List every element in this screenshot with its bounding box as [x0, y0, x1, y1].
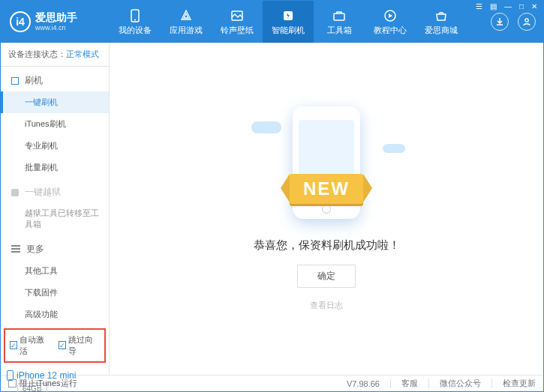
more-icon [11, 248, 20, 250]
nav-apps[interactable]: 应用游戏 [161, 1, 212, 43]
nav-ringtone[interactable]: 铃声壁纸 [212, 1, 263, 43]
nav-tutorial[interactable]: 教程中心 [365, 1, 416, 43]
check-update-link[interactable]: 检查更新 [503, 378, 536, 389]
logo-icon: i4 [10, 11, 31, 32]
section-jailbreak: 一键越狱 [1, 178, 109, 203]
view-log-link[interactable]: 查看日志 [310, 300, 343, 311]
nav-label: 我的设备 [119, 25, 152, 36]
jailbreak-note: 越狱工具已转移至工具箱 [1, 203, 109, 235]
maximize-icon[interactable]: □ [518, 2, 525, 10]
store-icon [434, 8, 449, 23]
nav-label: 铃声壁纸 [221, 25, 254, 36]
flash-section-icon [11, 77, 19, 85]
success-illustration: NEW [259, 106, 394, 226]
nav-label: 智能刷机 [272, 25, 305, 36]
ok-button[interactable]: 确定 [297, 265, 356, 288]
app-window: ☰ ▤ — □ ✕ i4 爱思助手 www.i4.cn 我的设备 应用游戏 铃声 [0, 0, 544, 392]
logo-title: 爱思助手 [35, 11, 77, 24]
sidebar-item-oneclick-flash[interactable]: 一键刷机 [1, 91, 109, 113]
phone-icon [128, 8, 143, 23]
user-button[interactable] [518, 13, 536, 31]
menu-icon[interactable]: ☰ [474, 2, 484, 10]
support-link[interactable]: 客服 [401, 378, 418, 389]
download-button[interactable] [491, 13, 509, 31]
nav-toolbox[interactable]: 工具箱 [314, 1, 365, 43]
nav-my-device[interactable]: 我的设备 [110, 1, 161, 43]
sidebar-item-pro-flash[interactable]: 专业刷机 [1, 135, 109, 157]
checkbox-icon [8, 379, 17, 388]
skin-icon[interactable]: ▤ [488, 2, 498, 10]
checkbox-icon: ✓ [59, 341, 66, 349]
auto-activate-checkbox[interactable]: ✓ 自动激活 [10, 334, 51, 357]
header-right [491, 13, 543, 31]
tutorial-icon [383, 8, 398, 23]
close-icon[interactable]: ✕ [530, 2, 539, 10]
toolbox-icon [332, 8, 347, 23]
header: i4 爱思助手 www.i4.cn 我的设备 应用游戏 铃声壁纸 智能刷机 [1, 1, 543, 43]
checkbox-icon: ✓ [10, 341, 17, 349]
window-controls: ☰ ▤ — □ ✕ [474, 2, 539, 10]
nav-flash[interactable]: 智能刷机 [263, 1, 314, 43]
nav-label: 应用游戏 [170, 25, 203, 36]
svg-point-1 [134, 19, 136, 20]
sidebar-item-download-firmware[interactable]: 下载固件 [1, 282, 109, 304]
nav-label: 爱思商城 [425, 25, 458, 36]
nav-label: 工具箱 [327, 25, 352, 36]
section-more[interactable]: 更多 [1, 235, 109, 260]
sidebar-item-advanced[interactable]: 高级功能 [1, 304, 109, 325]
wallpaper-icon [230, 8, 245, 23]
skip-guide-checkbox[interactable]: ✓ 跳过向导 [59, 334, 100, 357]
apps-icon [179, 8, 194, 23]
nav-store[interactable]: 爱思商城 [416, 1, 467, 43]
block-itunes-checkbox[interactable]: 阻止iTunes运行 [8, 378, 77, 389]
lock-icon [11, 189, 19, 196]
sidebar-item-itunes-flash[interactable]: iTunes刷机 [1, 113, 109, 135]
main-content: NEW 恭喜您，保资料刷机成功啦！ 确定 查看日志 [110, 43, 543, 375]
sidebar-item-batch-flash[interactable]: 批量刷机 [1, 157, 109, 178]
svg-rect-4 [334, 13, 344, 20]
option-checkboxes: ✓ 自动激活 ✓ 跳过向导 [4, 328, 106, 363]
top-nav: 我的设备 应用游戏 铃声壁纸 智能刷机 工具箱 教程中心 [110, 1, 491, 43]
logo[interactable]: i4 爱思助手 www.i4.cn [1, 11, 110, 32]
logo-subtitle: www.i4.cn [35, 24, 77, 32]
flash-icon [281, 8, 296, 23]
new-badge: NEW [290, 174, 363, 204]
success-message: 恭喜您，保资料刷机成功啦！ [254, 238, 400, 253]
wechat-link[interactable]: 微信公众号 [440, 378, 481, 389]
svg-point-6 [525, 19, 528, 22]
sidebar: 设备连接状态：正常模式 刷机 一键刷机 iTunes刷机 专业刷机 批量刷机 一… [1, 43, 110, 375]
section-flash[interactable]: 刷机 [1, 67, 109, 91]
connection-status: 设备连接状态：正常模式 [1, 43, 109, 67]
version-label: V7.98.66 [347, 379, 380, 388]
nav-label: 教程中心 [374, 25, 407, 36]
minimize-icon[interactable]: — [503, 2, 513, 10]
sidebar-item-other-tools[interactable]: 其他工具 [1, 260, 109, 282]
